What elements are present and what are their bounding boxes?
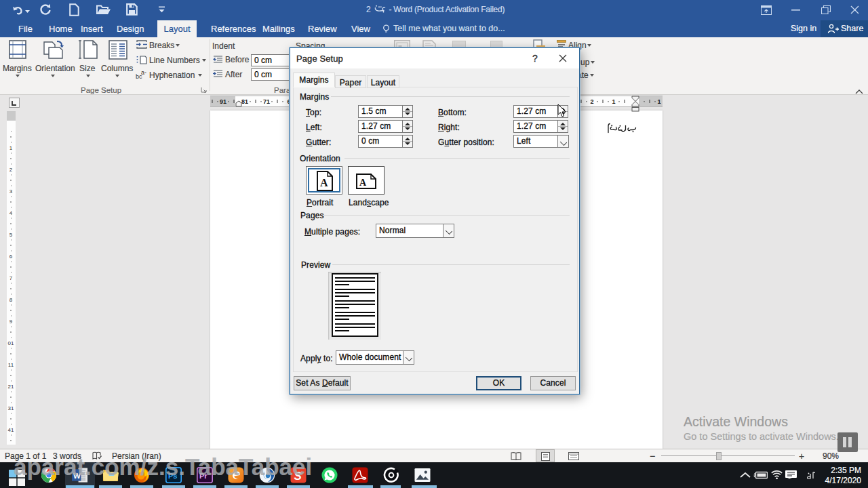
svg-text:4: 4 [9, 210, 13, 216]
svg-text:1: 1 [657, 98, 660, 105]
svg-text:5: 5 [9, 232, 13, 238]
svg-text:7: 7 [9, 275, 13, 281]
svg-text:31: 31 [8, 405, 14, 411]
svg-text:21: 21 [8, 384, 14, 390]
svg-text:bc: bc [136, 73, 142, 79]
svg-text:2: 2 [590, 98, 593, 105]
svg-text:81: 81 [241, 98, 248, 105]
svg-text:9: 9 [9, 319, 13, 325]
svg-text:11: 11 [8, 362, 14, 368]
svg-text:41: 41 [8, 427, 14, 433]
svg-text:3: 3 [9, 188, 13, 195]
svg-text:2: 2 [9, 167, 13, 173]
svg-text:A: A [320, 177, 328, 188]
svg-text:6: 6 [9, 253, 13, 260]
svg-text:71: 71 [263, 98, 270, 105]
svg-text:01: 01 [8, 340, 14, 346]
svg-text:1: 1 [612, 98, 615, 105]
svg-text:1: 1 [9, 145, 13, 151]
svg-text:8: 8 [9, 297, 13, 303]
svg-text:A: A [359, 178, 367, 188]
svg-text:91: 91 [220, 98, 226, 105]
